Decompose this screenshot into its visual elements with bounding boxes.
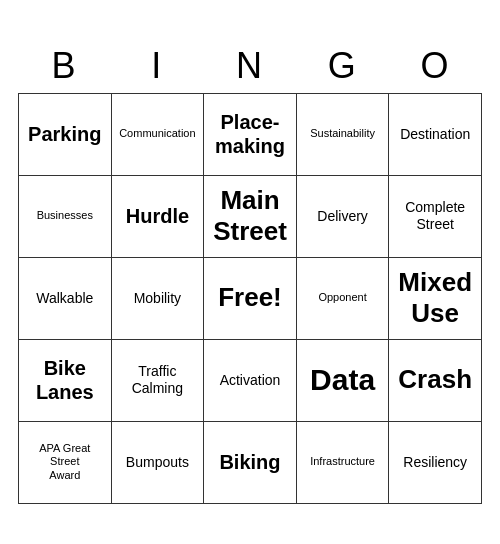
header-letter: B (18, 41, 111, 91)
bingo-cell: Walkable (19, 258, 112, 340)
bingo-cell: Crash (389, 340, 482, 422)
bingo-cell: Bumpouts (112, 422, 205, 504)
cell-text: Infrastructure (310, 455, 375, 468)
bingo-cell: BikeLanes (19, 340, 112, 422)
header-letter: O (389, 41, 482, 91)
cell-text: Parking (28, 122, 101, 146)
cell-text: Activation (220, 372, 281, 389)
cell-text: TrafficCalming (132, 363, 183, 397)
cell-text: Free! (218, 282, 282, 313)
cell-text: Communication (119, 127, 195, 140)
cell-text: Bumpouts (126, 454, 189, 471)
bingo-cell: Businesses (19, 176, 112, 258)
bingo-cell: Communication (112, 94, 205, 176)
cell-text: Mobility (134, 290, 181, 307)
cell-text: Biking (219, 450, 280, 474)
bingo-cell: Sustainability (297, 94, 390, 176)
cell-text: Place-making (215, 110, 285, 158)
cell-text: Opponent (318, 291, 366, 304)
header-letter: N (204, 41, 297, 91)
bingo-card: BINGO ParkingCommunicationPlace-makingSu… (10, 33, 490, 512)
bingo-cell: Free! (204, 258, 297, 340)
cell-text: Businesses (37, 209, 93, 222)
bingo-cell: Resiliency (389, 422, 482, 504)
cell-text: BikeLanes (36, 356, 94, 404)
bingo-cell: Data (297, 340, 390, 422)
bingo-cell: APA GreatStreetAward (19, 422, 112, 504)
bingo-cell: CompleteStreet (389, 176, 482, 258)
bingo-cell: Hurdle (112, 176, 205, 258)
cell-text: CompleteStreet (405, 199, 465, 233)
bingo-cell: Mobility (112, 258, 205, 340)
cell-text: APA GreatStreetAward (39, 442, 90, 482)
bingo-cell: Parking (19, 94, 112, 176)
bingo-cell: MainStreet (204, 176, 297, 258)
cell-text: MixedUse (398, 267, 472, 329)
header-letter: I (111, 41, 204, 91)
cell-text: Data (310, 362, 375, 398)
bingo-cell: Biking (204, 422, 297, 504)
cell-text: Delivery (317, 208, 368, 225)
cell-text: MainStreet (213, 185, 287, 247)
cell-text: Destination (400, 126, 470, 143)
bingo-cell: TrafficCalming (112, 340, 205, 422)
cell-text: Resiliency (403, 454, 467, 471)
bingo-cell: MixedUse (389, 258, 482, 340)
bingo-cell: Delivery (297, 176, 390, 258)
cell-text: Sustainability (310, 127, 375, 140)
bingo-cell: Infrastructure (297, 422, 390, 504)
bingo-cell: Activation (204, 340, 297, 422)
bingo-header: BINGO (18, 41, 482, 91)
header-letter: G (296, 41, 389, 91)
cell-text: Walkable (36, 290, 93, 307)
cell-text: Crash (398, 364, 472, 395)
bingo-cell: Opponent (297, 258, 390, 340)
cell-text: Hurdle (126, 204, 189, 228)
bingo-cell: Place-making (204, 94, 297, 176)
bingo-cell: Destination (389, 94, 482, 176)
bingo-grid: ParkingCommunicationPlace-makingSustaina… (18, 93, 482, 504)
